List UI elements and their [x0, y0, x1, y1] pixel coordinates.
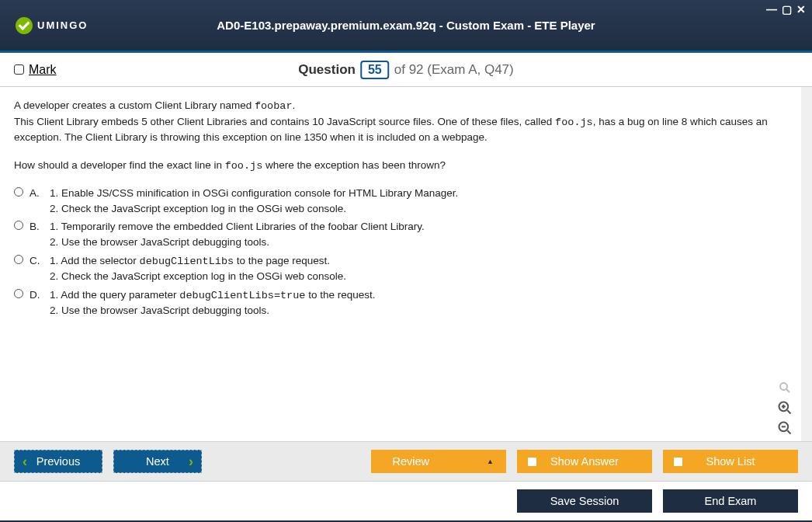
svg-line-1 [786, 389, 789, 392]
code-text: foobar [255, 100, 293, 112]
logo-check-icon [16, 17, 33, 34]
mark-label: Mark [29, 63, 57, 76]
option-letter: C. [29, 253, 43, 269]
question-rest: of 92 (Exam A, Q47) [394, 62, 514, 78]
text: 2. Use the browser JavaScript debugging … [50, 304, 269, 316]
question-content: A developer creates a custom Client Libr… [0, 87, 812, 441]
checkbox-icon[interactable] [528, 458, 536, 466]
code-text: foo.js [225, 160, 263, 172]
button-label: Show List [706, 455, 755, 468]
question-label: Question [298, 62, 356, 78]
zoom-in-icon[interactable] [776, 399, 793, 416]
end-exam-button[interactable]: End Exam [663, 489, 798, 513]
mark-checkbox-wrap[interactable]: Mark [14, 63, 57, 77]
question-number: 55 [360, 61, 390, 79]
button-label: Previous [36, 455, 80, 468]
checkbox-icon[interactable] [674, 458, 682, 466]
radio-icon[interactable] [14, 187, 23, 197]
text: 1. Add the query parameter [50, 289, 179, 301]
radio-icon[interactable] [14, 255, 23, 264]
text: 2. Check the JavaScript exception log in… [50, 270, 346, 282]
close-icon[interactable]: ✕ [796, 3, 806, 16]
search-icon[interactable] [776, 379, 793, 396]
option-letter: D. [29, 287, 43, 303]
question-intro: A developer creates a custom Client Libr… [14, 98, 787, 145]
mark-checkbox-icon[interactable] [14, 64, 24, 75]
radio-icon[interactable] [14, 221, 23, 230]
text: A developer creates a custom Client Libr… [14, 99, 255, 111]
logo: UMINGO [16, 17, 88, 34]
nav-button-row: Previous Next Review Show Answer Show Li… [0, 441, 812, 481]
logo-text: UMINGO [37, 19, 88, 31]
titlebar: UMINGO AD0-E103.prepaway.premium.exam.92… [0, 0, 812, 53]
text: to the page request. [234, 255, 330, 266]
text: where the exception has been thrown? [262, 159, 446, 171]
button-label: Save Session [550, 495, 619, 507]
button-label: Show Answer [550, 455, 619, 468]
svg-line-3 [787, 410, 790, 413]
text: This Client Library embeds 5 other Clien… [14, 116, 555, 127]
question-header: Mark Question 55 of 92 (Exam A, Q47) [0, 53, 812, 87]
button-label: Next [146, 455, 169, 468]
save-session-button[interactable]: Save Session [517, 489, 652, 513]
text: How should a developer find the exact li… [14, 159, 225, 171]
window-controls: — ▢ ✕ [766, 3, 806, 16]
session-button-row: Save Session End Exam [0, 481, 812, 522]
option-letter: B. [29, 219, 43, 235]
text: to the request. [305, 289, 375, 301]
question-prompt: How should a developer find the exact li… [14, 158, 787, 174]
zoom-tools [776, 379, 793, 437]
answer-options: A. 1. Enable JS/CSS minification in OSGi… [14, 186, 787, 318]
maximize-icon[interactable]: ▢ [782, 3, 792, 16]
text: 1. Enable JS/CSS minification in OSGi co… [50, 187, 458, 199]
text: . [293, 99, 296, 111]
code-text: debugClientLibs=true [179, 290, 305, 301]
option-d[interactable]: D. 1. Add the query parameter debugClien… [14, 287, 787, 318]
next-button[interactable]: Next [113, 450, 202, 473]
text: 1. Add the selector [50, 255, 140, 266]
option-a[interactable]: A. 1. Enable JS/CSS minification in OSGi… [14, 186, 787, 216]
button-label: End Exam [705, 495, 757, 507]
code-text: debugClientLibs [140, 256, 234, 267]
window-title: AD0-E103.prepaway.premium.exam.92q - Cus… [217, 19, 595, 32]
previous-button[interactable]: Previous [14, 450, 102, 473]
review-button[interactable]: Review [371, 450, 506, 473]
text: 2. Use the browser JavaScript debugging … [50, 236, 269, 248]
option-c[interactable]: C. 1. Add the selector debugClientLibs t… [14, 253, 787, 284]
minimize-icon[interactable]: — [766, 3, 777, 16]
code-text: foo.js [555, 117, 593, 128]
show-answer-button[interactable]: Show Answer [517, 450, 652, 473]
zoom-out-icon[interactable] [776, 419, 793, 437]
text: 2. Check the JavaScript exception log in… [50, 203, 346, 214]
svg-line-7 [787, 430, 790, 433]
option-text: 1. Enable JS/CSS minification in OSGi co… [50, 186, 787, 216]
option-letter: A. [29, 186, 43, 201]
option-text: 1. Add the query parameter debugClientLi… [50, 287, 787, 318]
option-text: 1. Temporarily remove the embedded Clien… [50, 219, 787, 249]
question-title: Question 55 of 92 (Exam A, Q47) [298, 61, 513, 79]
option-text: 1. Add the selector debugClientLibs to t… [50, 253, 787, 284]
option-b[interactable]: B. 1. Temporarily remove the embedded Cl… [14, 219, 787, 249]
show-list-button[interactable]: Show List [663, 450, 798, 473]
button-label: Review [393, 455, 430, 468]
text: 1. Temporarily remove the embedded Clien… [50, 221, 425, 232]
radio-icon[interactable] [14, 289, 23, 298]
svg-point-0 [780, 383, 787, 390]
